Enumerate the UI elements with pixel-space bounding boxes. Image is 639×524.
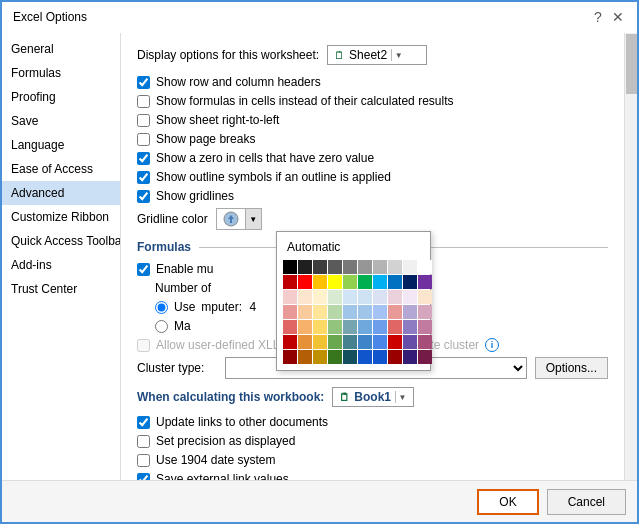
- color-cell[interactable]: [328, 290, 342, 304]
- color-cell[interactable]: [313, 335, 327, 349]
- sidebar-item-advanced[interactable]: Advanced: [1, 181, 120, 205]
- input-chk7[interactable]: [137, 190, 150, 203]
- color-cell[interactable]: [283, 320, 297, 334]
- color-cell[interactable]: [418, 320, 432, 334]
- color-cell[interactable]: [388, 260, 402, 274]
- color-cell[interactable]: [373, 350, 387, 364]
- color-cell[interactable]: [283, 305, 297, 319]
- color-cell[interactable]: [358, 260, 372, 274]
- color-cell[interactable]: [343, 260, 357, 274]
- workbook-dropdown[interactable]: 🗒 Book1 ▼: [332, 387, 414, 407]
- manually-radio-input[interactable]: [155, 320, 168, 333]
- color-cell[interactable]: [343, 290, 357, 304]
- color-cell[interactable]: [403, 290, 417, 304]
- color-cell[interactable]: [343, 305, 357, 319]
- color-cell[interactable]: [388, 275, 402, 289]
- color-cell[interactable]: [403, 350, 417, 364]
- color-cell[interactable]: [283, 260, 297, 274]
- cancel-button[interactable]: Cancel: [547, 489, 626, 515]
- input-cchk2[interactable]: [137, 435, 150, 448]
- color-cell[interactable]: [418, 290, 432, 304]
- color-dropdown-arrow[interactable]: ▼: [245, 209, 261, 229]
- auto-color-option[interactable]: Automatic: [283, 238, 424, 256]
- color-cell[interactable]: [403, 305, 417, 319]
- sidebar-item-save[interactable]: Save: [1, 109, 120, 133]
- color-cell[interactable]: [373, 275, 387, 289]
- color-cell[interactable]: [418, 260, 432, 274]
- sidebar-item-language[interactable]: Language: [1, 133, 120, 157]
- input-cchk4[interactable]: [137, 473, 150, 481]
- color-cell[interactable]: [373, 260, 387, 274]
- color-cell[interactable]: [418, 350, 432, 364]
- input-chk2[interactable]: [137, 95, 150, 108]
- color-cell[interactable]: [403, 260, 417, 274]
- enable-multi-input[interactable]: [137, 263, 150, 276]
- color-cell[interactable]: [343, 335, 357, 349]
- input-chk5[interactable]: [137, 152, 150, 165]
- color-cell[interactable]: [358, 305, 372, 319]
- color-cell[interactable]: [358, 350, 372, 364]
- color-cell[interactable]: [298, 275, 312, 289]
- sidebar-item-ease-of-access[interactable]: Ease of Access: [1, 157, 120, 181]
- sidebar-item-trust-center[interactable]: Trust Center: [1, 277, 120, 301]
- color-cell[interactable]: [283, 275, 297, 289]
- color-cell[interactable]: [313, 275, 327, 289]
- color-cell[interactable]: [343, 320, 357, 334]
- color-cell[interactable]: [373, 290, 387, 304]
- sidebar-item-customize-ribbon[interactable]: Customize Ribbon: [1, 205, 120, 229]
- color-cell[interactable]: [313, 290, 327, 304]
- color-cell[interactable]: [373, 305, 387, 319]
- color-cell[interactable]: [358, 320, 372, 334]
- options-button[interactable]: Options...: [535, 357, 608, 379]
- color-cell[interactable]: [373, 320, 387, 334]
- color-cell[interactable]: [298, 305, 312, 319]
- color-cell[interactable]: [328, 335, 342, 349]
- sidebar-item-add-ins[interactable]: Add-ins: [1, 253, 120, 277]
- gridline-color-button[interactable]: ▼: [216, 208, 262, 230]
- color-cell[interactable]: [328, 275, 342, 289]
- color-cell[interactable]: [418, 335, 432, 349]
- color-cell[interactable]: [328, 350, 342, 364]
- color-cell[interactable]: [388, 350, 402, 364]
- color-cell[interactable]: [403, 320, 417, 334]
- sidebar-item-general[interactable]: General: [1, 37, 120, 61]
- input-cchk3[interactable]: [137, 454, 150, 467]
- color-cell[interactable]: [373, 335, 387, 349]
- color-cell[interactable]: [298, 350, 312, 364]
- color-cell[interactable]: [388, 290, 402, 304]
- color-cell[interactable]: [298, 290, 312, 304]
- use-radio-input[interactable]: [155, 301, 168, 314]
- close-button[interactable]: ✕: [610, 9, 626, 25]
- input-cchk1[interactable]: [137, 416, 150, 429]
- color-cell[interactable]: [358, 335, 372, 349]
- color-cell[interactable]: [358, 290, 372, 304]
- allow-xll-input[interactable]: [137, 339, 150, 352]
- color-cell[interactable]: [388, 320, 402, 334]
- color-cell[interactable]: [313, 305, 327, 319]
- color-cell[interactable]: [388, 305, 402, 319]
- color-cell[interactable]: [388, 335, 402, 349]
- color-cell[interactable]: [328, 320, 342, 334]
- color-cell[interactable]: [403, 275, 417, 289]
- color-cell[interactable]: [343, 275, 357, 289]
- input-chk4[interactable]: [137, 133, 150, 146]
- scrollbar-thumb[interactable]: [626, 34, 638, 94]
- input-chk1[interactable]: [137, 76, 150, 89]
- color-cell[interactable]: [343, 350, 357, 364]
- help-button[interactable]: ?: [590, 9, 606, 25]
- ok-button[interactable]: OK: [477, 489, 538, 515]
- color-cell[interactable]: [328, 305, 342, 319]
- color-cell[interactable]: [418, 275, 432, 289]
- color-cell[interactable]: [283, 350, 297, 364]
- color-cell[interactable]: [313, 320, 327, 334]
- color-cell[interactable]: [298, 335, 312, 349]
- color-cell[interactable]: [313, 350, 327, 364]
- color-cell[interactable]: [298, 320, 312, 334]
- input-chk6[interactable]: [137, 171, 150, 184]
- color-cell[interactable]: [313, 260, 327, 274]
- worksheet-dropdown[interactable]: 🗒 Sheet2 ▼: [327, 45, 427, 65]
- color-cell[interactable]: [358, 275, 372, 289]
- color-cell[interactable]: [283, 335, 297, 349]
- color-cell[interactable]: [298, 260, 312, 274]
- sidebar-item-proofing[interactable]: Proofing: [1, 85, 120, 109]
